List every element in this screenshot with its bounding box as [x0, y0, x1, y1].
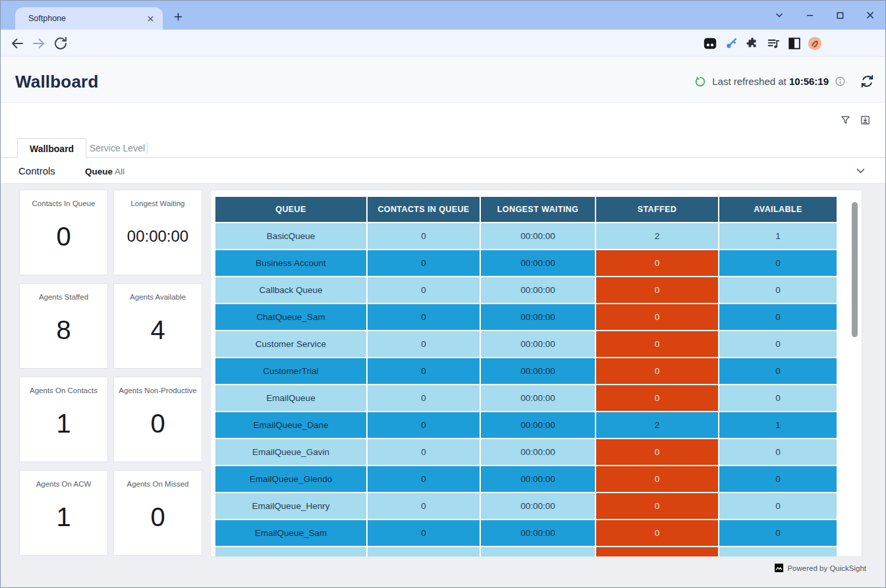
kpi-label: Agents On ACW	[36, 480, 92, 488]
available-cell: 0	[719, 466, 837, 492]
staffed-cell: 0	[596, 304, 718, 330]
contacts-cell: 0	[368, 493, 480, 519]
kpi-value: 1	[56, 394, 70, 462]
reload-icon[interactable]	[53, 36, 69, 51]
contrast-extension-icon[interactable]	[787, 36, 802, 51]
timer-icon	[694, 76, 706, 88]
tab-divider	[147, 142, 148, 154]
maximize-button[interactable]	[825, 1, 855, 30]
column-header[interactable]: STAFFED	[596, 197, 718, 222]
available-cell: 0	[719, 331, 837, 357]
queue-table-panel: QUEUECONTACTS IN QUEUELONGEST WAITINGSTA…	[210, 190, 862, 557]
key-extension-icon[interactable]	[724, 36, 738, 51]
column-header[interactable]: AVAILABLE	[719, 197, 837, 222]
table-body: BasicQueue000:00:0021Business Account000…	[215, 223, 838, 557]
filter-funnel-icon[interactable]	[840, 115, 851, 126]
table-row: EmailQueue_Sam000:00:0000	[215, 520, 838, 546]
kpi-label: Agents Available	[130, 293, 186, 301]
table-row: EmailQueue_Henry000:00:0000	[215, 493, 838, 519]
chevron-down-icon[interactable]	[855, 165, 866, 176]
table-row: Business Account000:00:0000	[215, 250, 838, 276]
queue-cell: Customer Service	[215, 331, 366, 357]
queue-cell: EmailQueue_Henry	[215, 493, 366, 519]
browser-tab-softphone[interactable]: Softphone	[15, 7, 163, 30]
profile-avatar[interactable]	[808, 36, 822, 51]
staffed-cell: 0	[596, 358, 718, 384]
kpi-value: 0	[150, 488, 165, 555]
contacts-cell: 0	[368, 466, 480, 492]
contacts-cell: 0	[368, 412, 480, 438]
new-tab-button[interactable]	[171, 9, 185, 24]
waiting-cell: 00:00:00	[481, 520, 595, 546]
kpi-label: Agents On Contacts	[30, 387, 97, 394]
waiting-cell: 00:00:00	[481, 439, 595, 465]
table-row: EmailQueue_T000:00:0000	[215, 547, 838, 557]
tab-service-level[interactable]: Service Level	[78, 138, 157, 158]
table-scrollbar-thumb[interactable]	[852, 202, 858, 337]
table-row: Callback Queue000:00:0000	[215, 277, 838, 303]
kpi-value: 8	[56, 301, 70, 368]
available-cell: 0	[719, 304, 837, 330]
dashboard-tools	[840, 115, 871, 126]
close-window-button[interactable]	[855, 1, 885, 30]
queue-filter-label: Queue	[85, 167, 113, 176]
forward-icon[interactable]	[31, 36, 47, 51]
queue-table: QUEUECONTACTS IN QUEUELONGEST WAITINGSTA…	[215, 197, 838, 557]
contacts-cell: 0	[368, 358, 480, 384]
puzzle-extensions-icon[interactable]	[745, 36, 760, 51]
staffed-cell: 0	[596, 385, 718, 411]
queue-cell: EmailQueue	[215, 385, 366, 411]
staffed-cell: 0	[596, 331, 718, 357]
playlist-extension-icon[interactable]	[766, 36, 781, 51]
refresh-icon[interactable]	[860, 74, 875, 89]
column-header[interactable]: LONGEST WAITING	[481, 197, 595, 222]
queue-cell: EmailQueue_Gavin	[215, 439, 366, 465]
table-row: EmailQueue000:00:0000	[215, 385, 838, 411]
minimize-button[interactable]	[794, 1, 825, 30]
waiting-cell: 00:00:00	[481, 466, 595, 492]
tab-title: Softphone	[28, 14, 144, 23]
waiting-cell: 00:00:00	[481, 547, 595, 557]
tab-wallboard[interactable]: Wallboard	[17, 138, 86, 158]
available-cell: 0	[719, 493, 837, 519]
kpi-card-agents-staffed: Agents Staffed8	[19, 283, 108, 369]
staffed-cell: 0	[596, 439, 718, 465]
refresh-cluster: Last refreshed at 10:56:19	[694, 74, 875, 89]
staffed-cell: 0	[596, 277, 718, 303]
back-icon[interactable]	[9, 36, 25, 51]
available-cell: 1	[719, 223, 837, 249]
window-controls	[764, 1, 885, 30]
table-row: CustomerTrial000:00:0000	[215, 358, 838, 384]
tab-close-icon[interactable]	[144, 13, 156, 24]
queue-cell: BasicQueue	[215, 223, 366, 249]
controls-row: Controls Queue All	[1, 158, 885, 184]
queue-cell: ChatQueue_Sam	[215, 304, 366, 330]
contacts-cell: 0	[368, 439, 480, 465]
waiting-cell: 00:00:00	[481, 412, 595, 438]
table-row: EmailQueue_Gavin000:00:0000	[215, 439, 838, 465]
kpi-card-agents-non-productive: Agents Non-Productive0	[113, 377, 202, 462]
column-header[interactable]: QUEUE	[215, 197, 366, 222]
staffed-cell: 2	[596, 412, 718, 438]
waiting-cell: 00:00:00	[481, 331, 595, 357]
kpi-value: 0	[56, 207, 70, 275]
tab-search-chevron-icon[interactable]	[764, 1, 794, 30]
kpi-card-agents-on-contacts: Agents On Contacts1	[19, 377, 108, 462]
contacts-cell: 0	[368, 277, 480, 303]
queue-cell: Business Account	[215, 250, 366, 276]
export-download-icon[interactable]	[860, 115, 871, 126]
column-header[interactable]: CONTACTS IN QUEUE	[368, 197, 480, 222]
contacts-cell: 0	[368, 331, 480, 357]
queue-filter-value[interactable]: All	[115, 167, 125, 176]
info-icon[interactable]	[835, 76, 846, 87]
kpi-card-contacts-in-queue: Contacts In Queue0	[19, 190, 108, 275]
table-row: BasicQueue000:00:0021	[215, 223, 838, 249]
last-refreshed-text: Last refreshed at 10:56:19	[712, 76, 829, 87]
kpi-value: 00:00:00	[127, 207, 188, 275]
media-extension-icon[interactable]	[703, 36, 717, 51]
kpi-label: Agents On Missed	[127, 480, 189, 488]
table-row: Customer Service000:00:0000	[215, 331, 838, 357]
queue-cell: EmailQueue_Sam	[215, 520, 366, 546]
available-cell: 0	[719, 250, 837, 276]
available-cell: 1	[719, 412, 837, 438]
